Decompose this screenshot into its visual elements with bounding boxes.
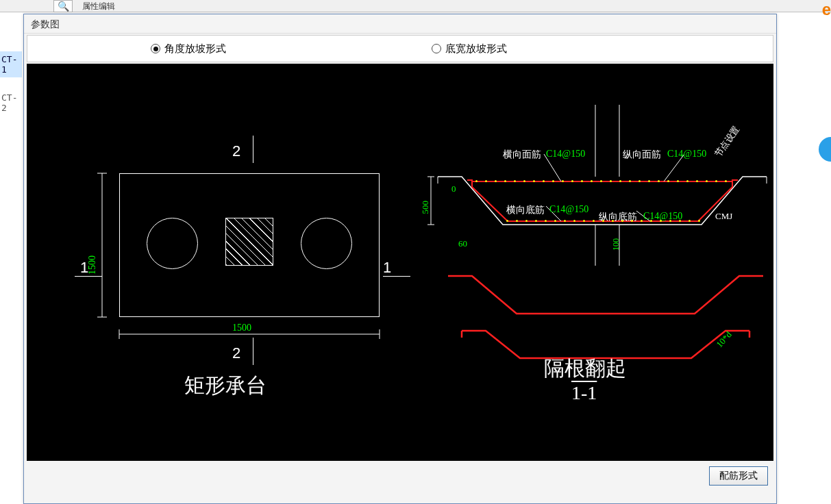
radio-angle-label: 角度放坡形式 (164, 42, 226, 55)
rebar-dot (677, 180, 679, 182)
list-item-ct2[interactable]: CT-2 (0, 90, 22, 116)
rebar-dot (669, 220, 671, 222)
rebar-dot (619, 180, 621, 182)
rebar-dot (698, 220, 700, 222)
rebar-dot (629, 180, 631, 182)
section-title-main: 隔根翻起 (544, 355, 626, 383)
top-label: 属性编辑 (82, 0, 115, 12)
rebar-dot (545, 220, 547, 222)
label-cmj: CMJ (715, 211, 732, 222)
item-list: CT-1 CT-2 (0, 51, 22, 116)
rebar-dot (514, 180, 516, 182)
val-zx-mianjin: C14@150 (667, 149, 706, 160)
rebar-dot (621, 220, 623, 222)
rebar-dot (686, 180, 689, 182)
rebar-dot (591, 180, 593, 182)
rebar-dot (696, 180, 698, 182)
rebar-dot (581, 180, 583, 182)
rebar-dot (725, 180, 727, 182)
rebar-dot (533, 180, 535, 182)
rebar-dot (495, 180, 497, 182)
dialog-bottom-bar: 配筋形式 (24, 462, 776, 490)
rebar-dot (504, 180, 506, 182)
rebar-dot (554, 220, 556, 222)
radio-dot-icon (432, 44, 441, 53)
rebar-dot (573, 220, 575, 222)
plan-title: 矩形承台 (184, 372, 266, 400)
dim-60: 60 (458, 238, 467, 249)
cad-canvas: 2 2 1 1 1500 1500 矩形承台 (27, 64, 773, 461)
rebar-dot (648, 180, 650, 182)
rebar-dot (658, 180, 660, 182)
rebar-dot (706, 180, 708, 182)
rebar-dot (715, 180, 717, 182)
rebar-dot (602, 220, 604, 222)
brand-corner-icon: e (822, 0, 831, 19)
rebar-dot (667, 180, 669, 182)
dim-height: 1500 (87, 255, 98, 275)
rebar-dot (631, 220, 633, 222)
rebar-dot (600, 180, 602, 182)
rebar-dot (593, 220, 595, 222)
param-dialog: 参数图 角度放坡形式 底宽放坡形式 2 2 1 1 (23, 14, 777, 504)
section-title-sub: 1-1 (571, 382, 597, 404)
rebar-dot (506, 220, 508, 222)
rebar-dot (679, 220, 681, 222)
rebar-form-button[interactable]: 配筋形式 (709, 466, 768, 486)
search-icon[interactable]: 🔍 (53, 0, 73, 12)
app-topbar: 🔍 属性编辑 (0, 0, 831, 12)
rebar-dot (562, 180, 564, 182)
radio-dot-icon (151, 44, 160, 53)
radio-angle-slope[interactable]: 角度放坡形式 (151, 42, 226, 55)
side-notification-tab[interactable] (819, 137, 831, 162)
rebar-dot (552, 180, 554, 182)
list-item-ct1[interactable]: CT-1 (0, 51, 22, 77)
rebar-dot (564, 220, 566, 222)
rebar-dot (485, 180, 487, 182)
rebar-dot (571, 180, 573, 182)
dim-0: 0 (451, 184, 456, 194)
label-hx-dijin: 横向底筋 (506, 204, 545, 216)
radio-bar: 角度放坡形式 底宽放坡形式 (27, 35, 773, 62)
rebar-dot (689, 220, 691, 222)
dim-width: 1500 (232, 323, 251, 333)
rebar-dot (638, 180, 641, 182)
rebar-dot (660, 220, 662, 222)
rebar-dot (610, 180, 612, 182)
rebar-dot (583, 220, 585, 222)
label-zx-mianjin: 纵向面筋 (623, 149, 661, 161)
dim-500: 500 (420, 201, 431, 214)
dim-100: 100 (611, 238, 621, 251)
radio-bottom-label: 底宽放坡形式 (445, 42, 507, 55)
label-hx-mianjin: 横向面筋 (503, 149, 541, 161)
rebar-dot (543, 180, 545, 182)
val-zx-dijin: C14@150 (643, 211, 682, 222)
radio-bottom-slope[interactable]: 底宽放坡形式 (432, 42, 507, 55)
dim-lines (27, 64, 438, 406)
rebar-dot (650, 220, 652, 222)
rebar-dot (612, 220, 614, 222)
rebar-dot (641, 220, 643, 222)
rebar-dot (535, 220, 537, 222)
val-hx-dijin: C14@150 (549, 204, 588, 215)
val-hx-mianjin: C14@150 (546, 149, 585, 160)
rebar-dot (525, 220, 528, 222)
dialog-title: 参数图 (24, 14, 776, 34)
rebar-dot (475, 180, 477, 182)
rebar-dot (523, 180, 525, 182)
rebar-dot (516, 220, 518, 222)
